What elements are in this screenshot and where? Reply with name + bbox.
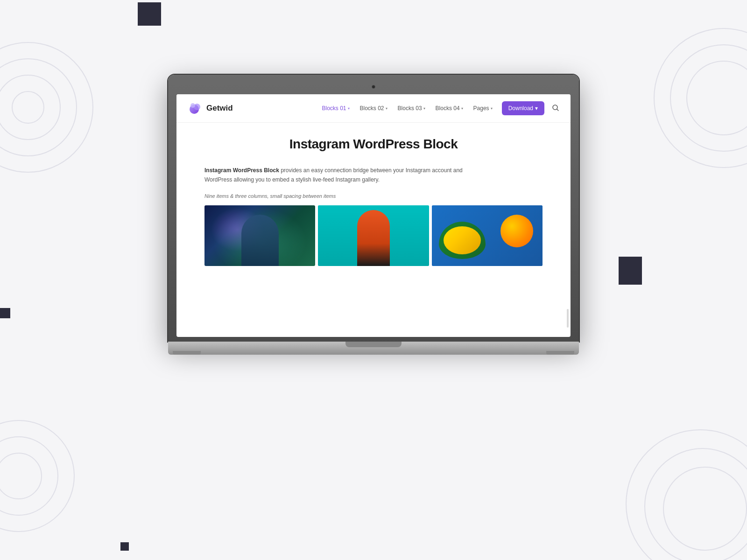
page-title: Instagram WordPress Block bbox=[204, 137, 543, 152]
nav-item-blocks04[interactable]: Blocks 04 ▾ bbox=[431, 102, 468, 114]
laptop-foot-right bbox=[546, 351, 574, 355]
search-icon[interactable] bbox=[552, 104, 559, 113]
laptop-bezel-top bbox=[176, 82, 571, 91]
gallery-item-1 bbox=[204, 205, 315, 266]
decorative-circle-tl-4 bbox=[12, 91, 44, 124]
chevron-down-icon: ▾ bbox=[461, 106, 463, 111]
site-logo[interactable]: Getwid bbox=[188, 101, 233, 116]
gallery-grid bbox=[204, 205, 543, 266]
scrollbar[interactable] bbox=[567, 309, 569, 328]
nav-item-blocks01[interactable]: Blocks 01 ▾ bbox=[317, 102, 354, 114]
photo3-lemon bbox=[439, 222, 486, 259]
page-content: Instagram WordPress Block Instagram Word… bbox=[176, 123, 571, 337]
svg-point-2 bbox=[190, 103, 195, 108]
laptop-foot-left bbox=[173, 351, 201, 355]
svg-line-4 bbox=[557, 109, 558, 111]
decorative-square-left-mid bbox=[0, 308, 10, 318]
laptop-base bbox=[168, 342, 579, 355]
laptop-body: Getwid Blocks 01 ▾ Blocks 02 ▾ Blocks 03… bbox=[168, 75, 579, 342]
nav-item-pages[interactable]: Pages ▾ bbox=[469, 102, 497, 114]
decorative-square-top bbox=[138, 2, 161, 26]
logo-icon bbox=[188, 101, 203, 116]
download-button[interactable]: Download ▾ bbox=[502, 101, 544, 115]
laptop-screen: Getwid Blocks 01 ▾ Blocks 02 ▾ Blocks 03… bbox=[176, 94, 571, 337]
nav-links: Blocks 01 ▾ Blocks 02 ▾ Blocks 03 ▾ Bloc… bbox=[317, 102, 497, 114]
laptop-camera bbox=[372, 85, 375, 89]
laptop-mockup: Getwid Blocks 01 ▾ Blocks 02 ▾ Blocks 03… bbox=[168, 75, 579, 355]
gallery-item-2 bbox=[318, 205, 429, 266]
description-bold: Instagram WordPress Block bbox=[204, 167, 279, 174]
logo-text: Getwid bbox=[206, 104, 233, 113]
nav-item-blocks03[interactable]: Blocks 03 ▾ bbox=[393, 102, 430, 114]
gallery-item-3 bbox=[432, 205, 543, 266]
laptop-hinge bbox=[345, 342, 402, 347]
chevron-down-icon: ▾ bbox=[386, 106, 388, 111]
chevron-down-icon: ▾ bbox=[491, 106, 493, 111]
chevron-down-icon: ▾ bbox=[348, 106, 350, 111]
decorative-circle-br-3 bbox=[663, 467, 747, 551]
nav-item-blocks02[interactable]: Blocks 02 ▾ bbox=[355, 102, 392, 114]
gallery-label: Nine items & three columns, small spacin… bbox=[204, 193, 543, 199]
chevron-down-icon: ▾ bbox=[535, 105, 538, 112]
site-navbar: Getwid Blocks 01 ▾ Blocks 02 ▾ Blocks 03… bbox=[176, 94, 571, 123]
page-description: Instagram WordPress Block provides an ea… bbox=[204, 166, 466, 185]
decorative-square-bottom-left bbox=[120, 542, 129, 551]
decorative-square-right bbox=[619, 257, 642, 285]
chevron-down-icon: ▾ bbox=[423, 106, 425, 111]
